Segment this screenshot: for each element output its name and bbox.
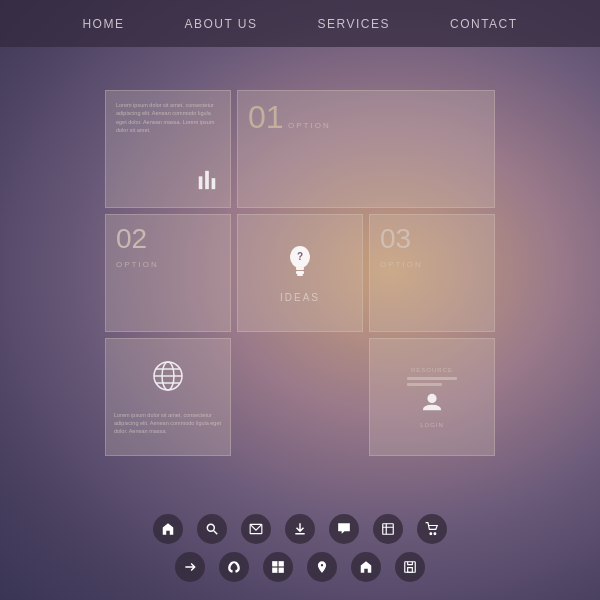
grid-row-3: Lorem ipsum dolor sit amet, consectetur … bbox=[105, 338, 495, 456]
lightbulb-icon: ? bbox=[283, 243, 317, 288]
icon-mail[interactable] bbox=[241, 514, 271, 544]
option-02-label: OPTION bbox=[116, 260, 159, 269]
tile-resource[interactable]: RESOURCE LOGIN bbox=[369, 338, 495, 456]
svg-rect-2 bbox=[212, 178, 216, 189]
svg-point-13 bbox=[427, 393, 436, 402]
icon-row-1 bbox=[153, 514, 447, 544]
navigation: HOME ABOUT US SERVICES CONTACT bbox=[0, 0, 600, 47]
svg-rect-23 bbox=[279, 568, 284, 573]
resource-lines bbox=[407, 377, 457, 386]
nav-contact[interactable]: CONTACT bbox=[450, 17, 518, 31]
grid-row-1: Lorem ipsum dolor sit amet, consectetur … bbox=[105, 90, 495, 208]
icon-box[interactable] bbox=[373, 514, 403, 544]
resource-label: RESOURCE bbox=[411, 367, 453, 373]
tile-option-02[interactable]: 02 OPTION bbox=[105, 214, 231, 332]
grid-container: Lorem ipsum dolor sit amet, consectetur … bbox=[105, 90, 495, 462]
globe-text-content: Lorem ipsum dolor sit amet, consectetur … bbox=[106, 405, 230, 436]
icon-bar bbox=[0, 514, 600, 582]
option-02-number: 02 bbox=[116, 225, 220, 253]
icon-chat[interactable] bbox=[329, 514, 359, 544]
svg-rect-22 bbox=[272, 568, 277, 573]
svg-point-14 bbox=[207, 524, 214, 531]
icon-home[interactable] bbox=[153, 514, 183, 544]
option-01-number: 01 bbox=[248, 99, 284, 135]
svg-line-15 bbox=[214, 531, 218, 535]
svg-rect-4 bbox=[296, 267, 304, 270]
icon-grid[interactable] bbox=[263, 552, 293, 582]
icon-download[interactable] bbox=[285, 514, 315, 544]
tile-globe[interactable]: Lorem ipsum dolor sit amet, consectetur … bbox=[105, 338, 231, 456]
icon-save[interactable] bbox=[395, 552, 425, 582]
svg-rect-17 bbox=[383, 524, 394, 535]
tile-text[interactable]: Lorem ipsum dolor sit amet, consectetur … bbox=[105, 90, 231, 208]
svg-rect-0 bbox=[199, 176, 203, 189]
ideas-label: IDEAS bbox=[280, 292, 320, 303]
login-label: LOGIN bbox=[420, 422, 444, 428]
icon-house[interactable] bbox=[351, 552, 381, 582]
tile-empty bbox=[237, 338, 363, 456]
option-01-label: OPTION bbox=[288, 121, 331, 130]
icon-search[interactable] bbox=[197, 514, 227, 544]
nav-services[interactable]: SERVICES bbox=[318, 17, 390, 31]
icon-location[interactable] bbox=[307, 552, 337, 582]
nav-home[interactable]: HOME bbox=[82, 17, 124, 31]
svg-point-18 bbox=[430, 533, 432, 535]
person-icon bbox=[421, 392, 443, 420]
tile-ideas[interactable]: ? IDEAS bbox=[237, 214, 363, 332]
globe-icon bbox=[151, 359, 185, 401]
icon-row-2 bbox=[175, 552, 425, 582]
svg-rect-5 bbox=[296, 271, 304, 274]
svg-rect-6 bbox=[297, 274, 303, 276]
icon-cart[interactable] bbox=[417, 514, 447, 544]
option-03-label: OPTION bbox=[380, 260, 423, 269]
svg-rect-20 bbox=[272, 561, 277, 566]
svg-rect-1 bbox=[205, 171, 209, 189]
icon-share[interactable] bbox=[175, 552, 205, 582]
tile-text-content: Lorem ipsum dolor sit amet, consectetur … bbox=[106, 91, 230, 140]
grid-row-2: 02 OPTION ? IDEAS 03 O bbox=[105, 214, 495, 332]
tile-option-03[interactable]: 03 OPTION bbox=[369, 214, 495, 332]
svg-rect-21 bbox=[279, 561, 284, 566]
tile-option-01[interactable]: 01 OPTION bbox=[237, 90, 495, 208]
option-03-number: 03 bbox=[380, 225, 484, 253]
background: HOME ABOUT US SERVICES CONTACT Lorem ips… bbox=[0, 0, 600, 600]
resource-line-1 bbox=[407, 377, 457, 380]
nav-about[interactable]: ABOUT US bbox=[184, 17, 257, 31]
svg-text:?: ? bbox=[297, 251, 303, 262]
building-icon bbox=[196, 169, 218, 197]
svg-point-19 bbox=[434, 533, 436, 535]
resource-line-2 bbox=[407, 383, 442, 386]
icon-leaf[interactable] bbox=[219, 552, 249, 582]
